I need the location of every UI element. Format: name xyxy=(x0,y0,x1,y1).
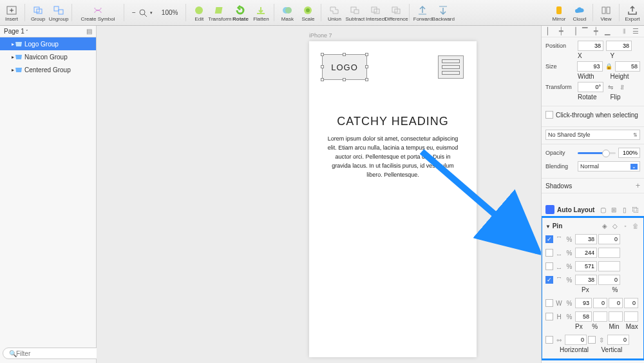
opacity-slider[interactable] xyxy=(578,152,616,154)
layer-logo-group[interactable]: ▸ Logo Group xyxy=(0,37,96,50)
shadows-section[interactable]: Shadows+ xyxy=(542,179,644,193)
height-input[interactable] xyxy=(615,61,640,72)
pin-delete-icon[interactable]: 🗑 xyxy=(631,221,640,230)
layer-navicon-group[interactable]: ▸ Navicon Group xyxy=(0,50,96,63)
distribute-v-icon[interactable]: ☰ xyxy=(631,27,640,36)
scale-button[interactable]: Scale xyxy=(298,4,318,22)
al-opt1-icon[interactable]: ▢ xyxy=(598,205,607,214)
align-center-h-icon[interactable]: ┿ xyxy=(557,27,566,36)
resize-handle[interactable] xyxy=(365,53,368,56)
align-bottom-icon[interactable]: ▁ xyxy=(603,27,612,36)
pin-w-checkbox[interactable] xyxy=(545,299,553,307)
export-icon xyxy=(627,5,638,15)
artboard[interactable]: LOGO CATCHY HEADING Lorem ipsum dolor si… xyxy=(309,41,477,357)
pin-top-checkbox[interactable]: ✓ xyxy=(545,235,553,243)
group-button[interactable]: Group xyxy=(28,4,48,22)
canvas[interactable]: iPhone 7 LOGO CATCHY HEADING Lorem ipsum… xyxy=(97,26,541,363)
width-input[interactable] xyxy=(577,61,602,72)
filter-input[interactable] xyxy=(3,348,102,359)
pin-h-checkbox[interactable] xyxy=(545,313,553,320)
center-v-input[interactable] xyxy=(607,335,629,345)
position-y-input[interactable] xyxy=(606,41,632,51)
pin-h-px[interactable] xyxy=(575,311,592,322)
rotate-input[interactable] xyxy=(578,82,603,92)
export-button[interactable]: Export xyxy=(622,0,643,25)
make-exportable-section[interactable]: Make Exportable+ xyxy=(542,359,644,363)
intersect-button[interactable]: Intersect xyxy=(365,4,386,22)
resize-handle[interactable] xyxy=(343,53,346,56)
pin-w-px[interactable] xyxy=(575,298,592,308)
page-selector[interactable]: Page 1 ˅ ▤ xyxy=(0,26,96,37)
autolayout-icon xyxy=(545,205,554,214)
pct-toggle[interactable]: % xyxy=(565,235,574,244)
pin-right-checkbox[interactable] xyxy=(545,249,553,257)
page-list-icon[interactable]: ▤ xyxy=(86,28,92,35)
geometry-section: Position XY Size 🔒 WidthHeight Transform… xyxy=(542,37,644,106)
cloud-button[interactable]: Cloud xyxy=(569,4,590,22)
align-middle-icon[interactable]: ┿ xyxy=(592,27,601,36)
al-opt4-icon[interactable]: ⿻ xyxy=(631,205,640,214)
view-button[interactable]: View xyxy=(596,0,616,25)
pin-preset1-icon[interactable]: ◈ xyxy=(600,221,609,230)
distribute-h-icon[interactable]: ⫴ xyxy=(620,27,629,36)
union-button[interactable]: Union xyxy=(324,4,345,22)
union-icon xyxy=(328,5,340,15)
difference-button[interactable]: Difference xyxy=(386,4,406,22)
ungroup-button[interactable]: Ungroup xyxy=(48,4,69,22)
heading-text[interactable]: CATCHY HEADING xyxy=(322,115,464,128)
pin-left-checkbox[interactable]: ✓ xyxy=(545,276,553,284)
center-h-checkbox[interactable] xyxy=(545,336,553,344)
position-x-input[interactable] xyxy=(578,41,603,51)
subtract-button[interactable]: Subtract xyxy=(345,4,365,22)
shared-style-select[interactable]: No Shared Style⇅ xyxy=(545,130,640,140)
layer-centered-group[interactable]: ▸ Centered Group xyxy=(0,63,96,76)
resize-handle[interactable] xyxy=(321,53,324,56)
insert-button[interactable]: Insert xyxy=(1,4,22,22)
pin-top-pct[interactable] xyxy=(598,234,620,244)
resize-handle[interactable] xyxy=(365,65,368,68)
zoom-control[interactable]: − ▾ 100% xyxy=(127,0,183,25)
resize-handle[interactable] xyxy=(343,78,346,81)
align-right-icon[interactable]: ▕ xyxy=(569,27,578,36)
logo-element[interactable]: LOGO xyxy=(322,54,367,80)
al-opt2-icon[interactable]: ⊞ xyxy=(609,205,618,214)
transform-button[interactable]: Transform xyxy=(209,4,230,22)
center-h-input[interactable] xyxy=(565,335,587,345)
flatten-button[interactable]: Flatten xyxy=(251,4,271,22)
forward-button[interactable]: Forward xyxy=(412,4,433,22)
pin-bottom-px[interactable] xyxy=(575,261,597,271)
resize-handle[interactable] xyxy=(321,65,324,68)
pin-bottom-checkbox[interactable] xyxy=(545,262,553,270)
pin-preset2-icon[interactable]: ◇ xyxy=(611,221,620,230)
center-v-checkbox[interactable] xyxy=(588,336,596,344)
pin-right-px[interactable] xyxy=(575,248,597,258)
resize-handle[interactable] xyxy=(321,78,324,81)
align-left-icon[interactable]: ▏ xyxy=(545,27,554,36)
resize-handle[interactable] xyxy=(365,78,368,81)
zoom-in-icon[interactable]: ▾ xyxy=(150,10,153,15)
layers-panel: Page 1 ˅ ▤ ▾iPhone 7 ▸ Logo Group ▸ Navi… xyxy=(0,26,97,363)
pin-top-px[interactable] xyxy=(575,234,597,244)
backward-button[interactable]: Backward xyxy=(433,4,453,22)
edit-button[interactable]: Edit xyxy=(189,4,209,22)
lock-icon[interactable]: 🔒 xyxy=(605,63,612,70)
rotate-button[interactable]: Rotate xyxy=(230,4,251,22)
add-shadow-icon[interactable]: + xyxy=(636,181,640,190)
blending-select[interactable]: Normal⌄ xyxy=(578,161,640,172)
pin-preset3-icon[interactable]: ◦ xyxy=(621,221,630,230)
flip-h-icon[interactable]: ⇋ xyxy=(606,83,615,92)
opacity-input[interactable] xyxy=(618,148,640,158)
zoom-out-icon[interactable]: − xyxy=(132,9,136,16)
align-top-icon[interactable]: ▔ xyxy=(580,27,589,36)
pin-right-icon: ⎵ xyxy=(554,248,564,257)
flip-v-icon[interactable]: ⥯ xyxy=(618,83,627,92)
mask-button[interactable]: Mask xyxy=(277,4,298,22)
mirror-button[interactable]: Mirror xyxy=(549,4,569,22)
navicon-element[interactable] xyxy=(438,55,464,79)
create-symbol-button[interactable]: Create Symbol xyxy=(75,0,121,25)
al-opt3-icon[interactable]: ▯ xyxy=(620,205,629,214)
pin-left-px[interactable] xyxy=(575,275,597,285)
clickthrough-checkbox[interactable] xyxy=(545,111,553,119)
paragraph-text[interactable]: Lorem ipsum dolor sit amet, consectetur … xyxy=(322,135,464,180)
artboard-label[interactable]: iPhone 7 xyxy=(309,32,332,39)
